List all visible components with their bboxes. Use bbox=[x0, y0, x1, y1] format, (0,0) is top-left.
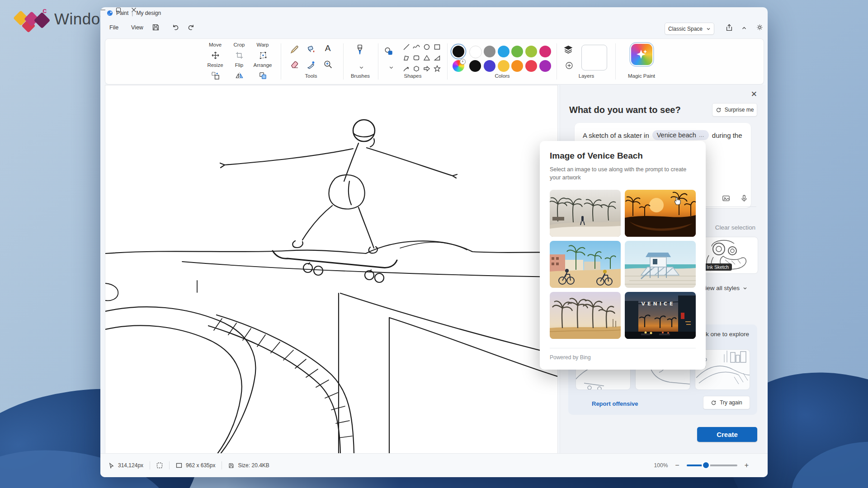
visual-search-icon[interactable] bbox=[722, 194, 730, 202]
shape-arrow-icon[interactable] bbox=[401, 64, 411, 74]
colors-section-label: Colors bbox=[484, 73, 520, 79]
drawing-canvas[interactable] bbox=[105, 85, 558, 454]
logo-diamond-purple bbox=[34, 12, 51, 29]
venice-image-3[interactable] bbox=[550, 241, 621, 288]
shape-rectangle-icon[interactable] bbox=[432, 42, 442, 52]
shape-hexagon-icon[interactable] bbox=[411, 64, 421, 74]
svg-text:VENICE: VENICE bbox=[642, 301, 675, 307]
color-swatch[interactable] bbox=[511, 60, 523, 72]
settings-icon[interactable] bbox=[756, 23, 764, 31]
color-swatch[interactable] bbox=[484, 46, 495, 57]
brushes-section-label: Brushes bbox=[342, 73, 378, 79]
file-size: Size: 20.4KB bbox=[228, 462, 269, 469]
magic-paint-section-label: Magic Paint bbox=[623, 73, 660, 79]
text-tool-icon[interactable]: A bbox=[323, 43, 333, 53]
brushes-chevron-icon[interactable] bbox=[356, 62, 366, 72]
shape-right-triangle-icon[interactable] bbox=[432, 53, 442, 63]
magnifier-tool-icon[interactable] bbox=[323, 59, 333, 69]
cursor-icon bbox=[108, 463, 114, 469]
microphone-icon[interactable] bbox=[740, 194, 748, 202]
panel-close-icon[interactable]: ✕ bbox=[751, 90, 757, 98]
move-tool[interactable]: Move bbox=[203, 42, 228, 61]
color-swatch[interactable] bbox=[498, 46, 509, 57]
canvas-dimensions: 962 x 635px bbox=[176, 462, 215, 469]
shape-star-icon[interactable] bbox=[432, 64, 442, 74]
collapse-ribbon-icon[interactable] bbox=[741, 25, 747, 31]
color-swatch[interactable] bbox=[469, 60, 481, 72]
undo-icon[interactable] bbox=[172, 23, 179, 31]
layer-thumbnail[interactable] bbox=[581, 45, 607, 70]
shapes-picker-icon[interactable] bbox=[384, 46, 394, 56]
venice-image-4[interactable] bbox=[625, 241, 696, 288]
color-swatch[interactable] bbox=[484, 60, 495, 72]
magic-paint-button[interactable] bbox=[631, 44, 652, 65]
layers-icon[interactable] bbox=[563, 45, 573, 55]
tools-section-label: Tools bbox=[293, 73, 329, 79]
add-layer-icon[interactable] bbox=[564, 61, 574, 70]
try-again-button[interactable]: Try again bbox=[703, 396, 750, 409]
create-button[interactable]: Create bbox=[697, 427, 757, 442]
save-icon[interactable] bbox=[152, 23, 160, 31]
venice-image-5[interactable] bbox=[550, 292, 621, 339]
color-swatch[interactable] bbox=[511, 46, 523, 57]
color-swatch[interactable] bbox=[525, 60, 537, 72]
arrange-tool[interactable]: Arrange bbox=[250, 62, 275, 81]
chevron-down-icon bbox=[743, 286, 747, 291]
prompt-text-1: A sketch of a skater in bbox=[583, 131, 649, 139]
eraser-tool-icon[interactable] bbox=[289, 59, 299, 69]
zoom-out-button[interactable]: − bbox=[675, 461, 679, 469]
prompt-chip-location[interactable]: Venice beach … bbox=[652, 130, 709, 140]
title-separator: | bbox=[132, 10, 133, 16]
report-offensive-link[interactable]: Report offensive bbox=[592, 400, 638, 407]
fill-tool-icon[interactable] bbox=[306, 44, 316, 54]
zoom-in-button[interactable]: + bbox=[745, 461, 749, 469]
brushes-icon[interactable] bbox=[355, 45, 365, 55]
shapes-section-label: Shapes bbox=[395, 73, 431, 79]
warp-tool[interactable]: Warp bbox=[250, 42, 275, 61]
shape-oval-icon[interactable] bbox=[422, 42, 432, 52]
redo-icon[interactable] bbox=[187, 23, 195, 31]
venice-image-6[interactable]: VENICE bbox=[625, 292, 696, 339]
venice-image-1[interactable] bbox=[550, 190, 621, 237]
color-swatch[interactable] bbox=[539, 60, 551, 72]
zoom-slider[interactable] bbox=[687, 465, 737, 466]
crop-tool[interactable]: Crop bbox=[226, 42, 252, 61]
shape-line-icon[interactable] bbox=[401, 42, 411, 52]
color-swatch[interactable] bbox=[498, 60, 509, 72]
color-swatch-selected[interactable] bbox=[453, 46, 464, 57]
chip-more-icon[interactable]: … bbox=[699, 132, 704, 138]
custom-color-wheel[interactable]: + bbox=[453, 60, 464, 72]
flip-tool[interactable]: Flip bbox=[226, 62, 252, 81]
selection-size bbox=[156, 462, 163, 469]
zoom-slider-thumb[interactable] bbox=[703, 462, 709, 468]
venice-image-2[interactable] bbox=[625, 190, 696, 237]
surprise-me-button[interactable]: Surprise me bbox=[712, 103, 757, 117]
clear-selection-link[interactable]: Clear selection bbox=[715, 224, 755, 231]
view-menu[interactable]: View bbox=[128, 23, 146, 32]
shape-polygon-icon[interactable] bbox=[401, 53, 411, 63]
document-name: My design bbox=[136, 10, 161, 16]
shape-rounded-rectangle-icon[interactable] bbox=[411, 53, 421, 63]
shape-block-arrow-icon[interactable] bbox=[422, 64, 432, 74]
color-swatch[interactable] bbox=[525, 46, 537, 57]
color-swatch[interactable] bbox=[539, 46, 551, 57]
mouse-cursor-hand bbox=[674, 196, 683, 206]
chevron-down-icon bbox=[706, 27, 711, 31]
selection-icon bbox=[156, 462, 163, 469]
pencil-tool-icon[interactable] bbox=[289, 44, 299, 54]
shape-curve-icon[interactable] bbox=[411, 42, 421, 52]
resize-tool[interactable]: Resize bbox=[203, 62, 228, 81]
theme-label: Classic Space bbox=[668, 26, 703, 32]
color-swatch[interactable] bbox=[469, 46, 482, 58]
eyedropper-tool-icon[interactable] bbox=[306, 59, 316, 69]
style-theme-dropdown[interactable]: Classic Space bbox=[665, 23, 714, 35]
flip-icon bbox=[226, 70, 252, 81]
shape-triangle-icon[interactable] bbox=[422, 53, 432, 63]
share-icon[interactable] bbox=[725, 23, 733, 32]
refresh-icon bbox=[716, 107, 722, 113]
titlebar[interactable]: Paint | My design bbox=[100, 7, 768, 20]
canvas-size-icon bbox=[176, 462, 182, 469]
shapes-chevron-icon[interactable] bbox=[386, 62, 396, 72]
view-all-styles-link[interactable]: View all styles bbox=[701, 285, 747, 291]
file-menu[interactable]: File bbox=[107, 23, 121, 32]
